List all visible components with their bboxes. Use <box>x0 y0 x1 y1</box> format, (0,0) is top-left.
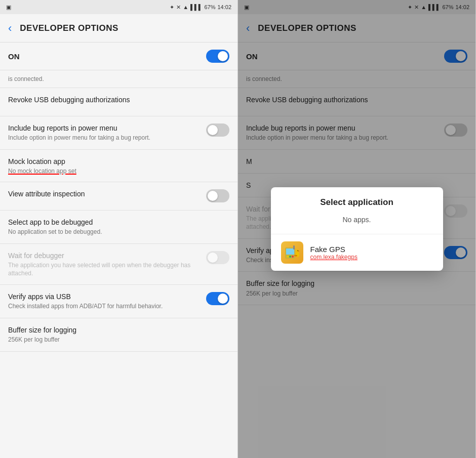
setting-revoke-usb-left[interactable]: Revoke USB debugging authorizations <box>0 88 237 116</box>
setting-text-buffer-left: Buffer size for logging 256K per log buf… <box>8 325 229 344</box>
toggle-view-left[interactable] <box>206 189 229 202</box>
left-panel: ▣ ✦ ✕ ▲ ▌▌▌ 67% 14:02 ‹ DEVELOPER OPTION… <box>0 0 238 458</box>
toggle-thumb-verify-left <box>218 294 228 304</box>
setting-debug-app-left[interactable]: Select app to be debugged No application… <box>0 211 237 244</box>
content-left: ON is connected. Revoke USB debugging au… <box>0 43 237 458</box>
setting-text-debug-left: Select app to be debugged No application… <box>8 218 229 236</box>
status-left-icons: ▣ <box>6 4 11 11</box>
svg-point-3 <box>287 256 289 258</box>
toggle-bug-left[interactable] <box>206 123 229 137</box>
setting-title-buffer-left: Buffer size for logging <box>8 325 223 335</box>
fake-gps-svg <box>283 243 301 262</box>
dialog-title: Select application <box>271 187 443 211</box>
setting-title-wait-left: Wait for debugger <box>8 251 200 260</box>
setting-subtitle-debug-left: No application set to be debugged. <box>8 228 223 236</box>
page-title-left: DEVELOPER OPTIONS <box>20 23 118 33</box>
screenshot-icon: ▣ <box>6 4 11 11</box>
setting-text-wait-left: Wait for debugger The application you ha… <box>8 251 206 277</box>
setting-view-attr-left[interactable]: View attribute inspection <box>0 182 237 211</box>
setting-subtitle-buffer-left: 256K per log buffer <box>8 336 223 344</box>
dialog-no-apps: No apps. <box>271 211 443 234</box>
right-panel: ▣ ✦ ✕ ▲ ▌▌▌ 67% 14:02 ‹ DEVELOPER OPTION… <box>238 0 476 458</box>
setting-text-view-left: View attribute inspection <box>8 189 206 198</box>
setting-text-mock-left: Mock location app No mock location app s… <box>8 157 229 175</box>
setting-subtitle-bug-left: Include option in power menu for taking … <box>8 134 200 142</box>
setting-text-bug-left: Include bug reports in power menu Includ… <box>8 123 206 142</box>
setting-text-verify-left: Verify apps via USB Check installed apps… <box>8 292 206 311</box>
dialog-overlay[interactable]: Select application No apps. <box>238 0 475 458</box>
bluetooth-icon: ✦ <box>170 4 174 11</box>
fake-gps-icon <box>281 241 303 264</box>
svg-point-5 <box>292 256 294 258</box>
toggle-wait-left <box>206 251 229 264</box>
battery-text-left: 67% <box>204 4 215 10</box>
setting-subtitle-verify-left: Check installed apps from ADB/ADT for ha… <box>8 303 200 311</box>
time-left: 14:02 <box>217 4 231 10</box>
toggle-thumb-bug-left <box>208 125 218 135</box>
svg-point-6 <box>295 252 299 257</box>
setting-text-revoke-left: Revoke USB debugging authorizations <box>8 95 229 104</box>
toggle-thumb-wait-left <box>208 253 218 263</box>
on-toggle-left[interactable] <box>206 50 229 63</box>
setting-title-verify-left: Verify apps via USB <box>8 292 200 301</box>
setting-wait-debugger-left: Wait for debugger The application you ha… <box>0 244 237 285</box>
select-application-dialog: Select application No apps. <box>271 187 443 271</box>
svg-rect-1 <box>286 248 294 255</box>
setting-title-view-left: View attribute inspection <box>8 189 200 198</box>
dialog-app-item[interactable]: Fake GPS com.lexa.fakegps <box>271 234 443 271</box>
setting-subtitle-mock-left: No mock location app set <box>8 168 223 175</box>
toggle-thumb-left <box>218 51 228 61</box>
header-left: ‹ DEVELOPER OPTIONS <box>0 14 237 43</box>
status-right-left: ✦ ✕ ▲ ▌▌▌ 67% 14:02 <box>170 4 231 11</box>
svg-rect-2 <box>293 245 295 249</box>
setting-subtitle-wait-left: The application you have selected will o… <box>8 262 200 277</box>
setting-title-bug-left: Include bug reports in power menu <box>8 123 200 133</box>
app-package-fake-gps: com.lexa.fakegps <box>310 254 433 261</box>
svg-point-9 <box>297 250 298 251</box>
setting-title-mock-left: Mock location app <box>8 157 223 166</box>
setting-verify-usb-left[interactable]: Verify apps via USB Check installed apps… <box>0 285 237 318</box>
toggle-verify-left[interactable] <box>206 292 229 305</box>
signal-icon: ▌▌▌ <box>190 4 202 10</box>
setting-title-revoke-left: Revoke USB debugging authorizations <box>8 95 223 104</box>
back-button-left[interactable]: ‹ <box>8 22 12 35</box>
app-name-fake-gps: Fake GPS <box>310 245 433 254</box>
app-info-fake-gps: Fake GPS com.lexa.fakegps <box>310 245 433 261</box>
svg-point-10 <box>294 255 297 257</box>
setting-bug-reports-left[interactable]: Include bug reports in power menu Includ… <box>0 116 237 150</box>
svg-point-4 <box>289 256 291 258</box>
setting-mock-location-left[interactable]: Mock location app No mock location app s… <box>0 150 237 182</box>
toggle-thumb-view-left <box>208 191 218 201</box>
setting-buffer-left[interactable]: Buffer size for logging 256K per log buf… <box>0 318 237 352</box>
on-label-left: ON <box>8 52 20 61</box>
setting-title-debug-left: Select app to be debugged <box>8 218 223 227</box>
wifi-icon: ▲ <box>183 4 188 10</box>
on-row-left: ON <box>0 43 237 70</box>
connected-text-left: is connected. <box>0 70 237 88</box>
status-bar-left: ▣ ✦ ✕ ▲ ▌▌▌ 67% 14:02 <box>0 0 237 14</box>
mute-icon: ✕ <box>176 4 181 11</box>
